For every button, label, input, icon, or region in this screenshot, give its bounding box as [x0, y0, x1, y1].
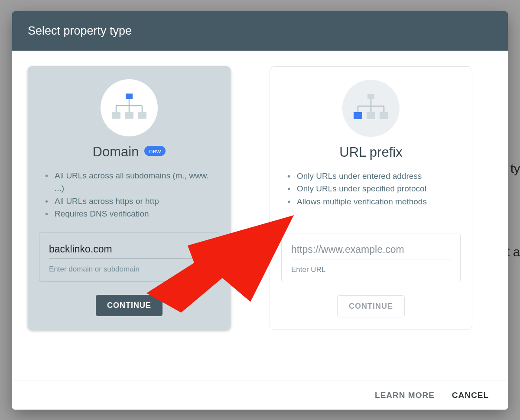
background-text: ty [510, 161, 520, 176]
domain-card-title: Domain [93, 144, 139, 160]
learn-more-button[interactable]: LEARN MORE [375, 391, 435, 400]
bullet-item: Only URLs under entered address [287, 170, 459, 182]
url-sitemap-icon [342, 80, 400, 137]
url-input[interactable] [291, 242, 451, 259]
url-prefix-card[interactable]: URL prefix Only URLs under entered addre… [270, 66, 472, 330]
url-input-box: Enter URL [281, 233, 461, 282]
domain-input-help: Enter domain or subdomain [49, 265, 209, 274]
svg-rect-17 [380, 112, 388, 119]
svg-rect-7 [125, 112, 133, 119]
modal-header: Select property type [12, 11, 508, 51]
domain-card[interactable]: Domain new All URLs across all subdomain… [28, 66, 231, 330]
bullet-item: Only URLs under specified protocol [287, 182, 459, 195]
domain-bullets: All URLs across all subdomains (m., www.… [39, 169, 219, 220]
new-badge: new [144, 146, 166, 156]
svg-rect-0 [126, 94, 133, 99]
modal-footer: LEARN MORE CANCEL [12, 381, 508, 410]
svg-rect-9 [367, 94, 374, 99]
url-bullets: Only URLs under entered address Only URL… [281, 170, 461, 221]
background-text: t a [506, 245, 520, 259]
property-type-modal: Select property type [12, 11, 508, 410]
url-input-help: Enter URL [291, 265, 451, 274]
domain-continue-button[interactable]: CONTINUE [96, 295, 162, 316]
url-card-title: URL prefix [339, 145, 402, 160]
or-separator: or [231, 66, 270, 330]
svg-rect-8 [138, 112, 146, 119]
url-continue-button[interactable]: CONTINUE [337, 295, 405, 317]
modal-body: Domain new All URLs across all subdomain… [12, 51, 508, 381]
bullet-item: Requires DNS verification [45, 207, 218, 220]
svg-rect-16 [367, 112, 375, 119]
bullet-item: All URLs across https or http [45, 195, 218, 207]
bullet-item: Allows multiple verification methods [287, 195, 459, 208]
modal-title: Select property type [28, 24, 132, 37]
domain-sitemap-icon [101, 79, 158, 136]
svg-rect-15 [354, 112, 362, 119]
cancel-button[interactable]: CANCEL [452, 391, 489, 400]
domain-input-box: Enter domain or subdomain [39, 233, 219, 282]
bullet-item: All URLs across all subdomains (m., www.… [45, 169, 218, 195]
domain-input[interactable] [49, 242, 209, 259]
svg-rect-6 [112, 112, 120, 119]
